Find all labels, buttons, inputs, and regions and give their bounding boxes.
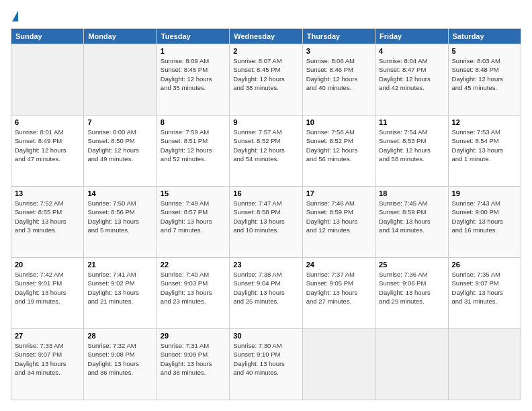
calendar-cell — [11, 44, 84, 116]
calendar-cell: 28Sunrise: 7:32 AM Sunset: 9:08 PM Dayli… — [84, 329, 157, 400]
day-number: 23 — [233, 261, 298, 269]
calendar-cell: 5Sunrise: 8:03 AM Sunset: 8:48 PM Daylig… — [448, 44, 521, 116]
day-info: Sunrise: 8:09 AM Sunset: 8:45 PM Dayligh… — [161, 56, 226, 92]
day-info: Sunrise: 7:32 AM Sunset: 9:08 PM Dayligh… — [87, 341, 152, 377]
day-info: Sunrise: 7:57 AM Sunset: 8:52 PM Dayligh… — [233, 128, 298, 163]
calendar-cell: 12Sunrise: 7:53 AM Sunset: 8:54 PM Dayli… — [448, 116, 521, 187]
day-info: Sunrise: 7:49 AM Sunset: 8:57 PM Dayligh… — [161, 199, 226, 234]
calendar-cell: 29Sunrise: 7:31 AM Sunset: 9:09 PM Dayli… — [157, 329, 229, 400]
day-number: 9 — [233, 118, 298, 126]
calendar-cell: 23Sunrise: 7:38 AM Sunset: 9:04 PM Dayli… — [230, 258, 302, 329]
day-number: 10 — [306, 118, 371, 126]
calendar-cell: 4Sunrise: 8:04 AM Sunset: 8:47 PM Daylig… — [375, 44, 448, 116]
calendar-cell: 13Sunrise: 7:52 AM Sunset: 8:55 PM Dayli… — [11, 187, 84, 258]
day-number: 11 — [379, 118, 444, 126]
day-number: 4 — [379, 47, 444, 55]
calendar-cell: 24Sunrise: 7:37 AM Sunset: 9:05 PM Dayli… — [302, 258, 375, 329]
calendar-cell: 3Sunrise: 8:06 AM Sunset: 8:46 PM Daylig… — [302, 44, 375, 116]
day-number: 27 — [15, 332, 80, 340]
weekday-header-wednesday: Wednesday — [230, 29, 302, 44]
day-number: 14 — [87, 189, 152, 197]
day-number: 22 — [161, 261, 226, 269]
calendar-cell: 7Sunrise: 8:00 AM Sunset: 8:50 PM Daylig… — [84, 116, 157, 187]
day-info: Sunrise: 7:30 AM Sunset: 9:10 PM Dayligh… — [233, 341, 298, 377]
day-number: 30 — [233, 332, 298, 340]
day-info: Sunrise: 7:33 AM Sunset: 9:07 PM Dayligh… — [15, 341, 80, 377]
day-number: 1 — [161, 47, 226, 55]
header — [11, 11, 521, 21]
day-number: 29 — [161, 332, 226, 340]
day-number: 21 — [87, 261, 152, 269]
day-info: Sunrise: 7:35 AM Sunset: 9:07 PM Dayligh… — [452, 270, 517, 306]
day-number: 24 — [306, 261, 371, 269]
day-info: Sunrise: 7:43 AM Sunset: 9:00 PM Dayligh… — [452, 199, 517, 234]
day-info: Sunrise: 7:31 AM Sunset: 9:09 PM Dayligh… — [161, 341, 226, 377]
day-number: 26 — [452, 261, 517, 269]
day-number: 3 — [306, 47, 371, 55]
day-number: 20 — [15, 261, 80, 269]
calendar-cell: 11Sunrise: 7:54 AM Sunset: 8:53 PM Dayli… — [375, 116, 448, 187]
day-info: Sunrise: 7:47 AM Sunset: 8:58 PM Dayligh… — [233, 199, 298, 234]
day-info: Sunrise: 8:01 AM Sunset: 8:49 PM Dayligh… — [15, 128, 80, 163]
day-number: 12 — [452, 118, 517, 126]
weekday-header-tuesday: Tuesday — [157, 29, 229, 44]
day-info: Sunrise: 8:04 AM Sunset: 8:47 PM Dayligh… — [379, 56, 444, 92]
calendar-week-row: 20Sunrise: 7:42 AM Sunset: 9:01 PM Dayli… — [11, 258, 521, 329]
page: SundayMondayTuesdayWednesdayThursdayFrid… — [0, 0, 532, 411]
calendar-cell: 6Sunrise: 8:01 AM Sunset: 8:49 PM Daylig… — [11, 116, 84, 187]
day-number: 8 — [161, 118, 226, 126]
weekday-header-sunday: Sunday — [11, 29, 84, 44]
day-info: Sunrise: 7:41 AM Sunset: 9:02 PM Dayligh… — [87, 270, 152, 306]
calendar-week-row: 6Sunrise: 8:01 AM Sunset: 8:49 PM Daylig… — [11, 116, 521, 187]
day-number: 15 — [161, 189, 226, 197]
calendar-header-row: SundayMondayTuesdayWednesdayThursdayFrid… — [11, 29, 521, 44]
calendar-cell: 25Sunrise: 7:36 AM Sunset: 9:06 PM Dayli… — [375, 258, 448, 329]
weekday-header-thursday: Thursday — [302, 29, 375, 44]
day-number: 13 — [15, 189, 80, 197]
weekday-header-friday: Friday — [375, 29, 448, 44]
calendar-cell: 15Sunrise: 7:49 AM Sunset: 8:57 PM Dayli… — [157, 187, 229, 258]
calendar-cell: 10Sunrise: 7:56 AM Sunset: 8:52 PM Dayli… — [302, 116, 375, 187]
calendar-cell: 2Sunrise: 8:07 AM Sunset: 8:45 PM Daylig… — [230, 44, 302, 116]
day-info: Sunrise: 8:07 AM Sunset: 8:45 PM Dayligh… — [233, 56, 298, 92]
calendar-cell: 21Sunrise: 7:41 AM Sunset: 9:02 PM Dayli… — [84, 258, 157, 329]
day-info: Sunrise: 7:54 AM Sunset: 8:53 PM Dayligh… — [379, 128, 444, 163]
calendar-cell: 9Sunrise: 7:57 AM Sunset: 8:52 PM Daylig… — [230, 116, 302, 187]
day-info: Sunrise: 7:52 AM Sunset: 8:55 PM Dayligh… — [15, 199, 80, 234]
day-info: Sunrise: 7:56 AM Sunset: 8:52 PM Dayligh… — [306, 128, 371, 163]
calendar-cell: 27Sunrise: 7:33 AM Sunset: 9:07 PM Dayli… — [11, 329, 84, 400]
calendar-cell: 8Sunrise: 7:59 AM Sunset: 8:51 PM Daylig… — [157, 116, 229, 187]
day-number: 18 — [379, 189, 444, 197]
day-info: Sunrise: 7:53 AM Sunset: 8:54 PM Dayligh… — [452, 128, 517, 163]
day-number: 25 — [379, 261, 444, 269]
logo — [11, 11, 18, 21]
day-number: 2 — [233, 47, 298, 55]
day-number: 7 — [87, 118, 152, 126]
day-info: Sunrise: 7:42 AM Sunset: 9:01 PM Dayligh… — [15, 270, 80, 306]
day-number: 19 — [452, 189, 517, 197]
calendar-cell: 19Sunrise: 7:43 AM Sunset: 9:00 PM Dayli… — [448, 187, 521, 258]
day-number: 5 — [452, 47, 517, 55]
day-number: 17 — [306, 189, 371, 197]
day-info: Sunrise: 8:06 AM Sunset: 8:46 PM Dayligh… — [306, 56, 371, 92]
day-info: Sunrise: 7:40 AM Sunset: 9:03 PM Dayligh… — [161, 270, 226, 306]
calendar-cell — [84, 44, 157, 116]
day-info: Sunrise: 7:50 AM Sunset: 8:56 PM Dayligh… — [87, 199, 152, 234]
calendar-week-row: 27Sunrise: 7:33 AM Sunset: 9:07 PM Dayli… — [11, 329, 521, 400]
weekday-header-saturday: Saturday — [448, 29, 521, 44]
day-info: Sunrise: 7:38 AM Sunset: 9:04 PM Dayligh… — [233, 270, 298, 306]
calendar-week-row: 13Sunrise: 7:52 AM Sunset: 8:55 PM Dayli… — [11, 187, 521, 258]
day-info: Sunrise: 7:37 AM Sunset: 9:05 PM Dayligh… — [306, 270, 371, 306]
weekday-header-monday: Monday — [84, 29, 157, 44]
day-info: Sunrise: 7:59 AM Sunset: 8:51 PM Dayligh… — [161, 128, 226, 163]
calendar-cell: 1Sunrise: 8:09 AM Sunset: 8:45 PM Daylig… — [157, 44, 229, 116]
day-info: Sunrise: 8:03 AM Sunset: 8:48 PM Dayligh… — [452, 56, 517, 92]
calendar-cell: 16Sunrise: 7:47 AM Sunset: 8:58 PM Dayli… — [230, 187, 302, 258]
calendar-cell: 26Sunrise: 7:35 AM Sunset: 9:07 PM Dayli… — [448, 258, 521, 329]
calendar-table: SundayMondayTuesdayWednesdayThursdayFrid… — [11, 28, 521, 400]
calendar-cell: 22Sunrise: 7:40 AM Sunset: 9:03 PM Dayli… — [157, 258, 229, 329]
calendar-cell — [448, 329, 521, 400]
calendar-cell: 14Sunrise: 7:50 AM Sunset: 8:56 PM Dayli… — [84, 187, 157, 258]
calendar-cell — [302, 329, 375, 400]
calendar-week-row: 1Sunrise: 8:09 AM Sunset: 8:45 PM Daylig… — [11, 44, 521, 116]
